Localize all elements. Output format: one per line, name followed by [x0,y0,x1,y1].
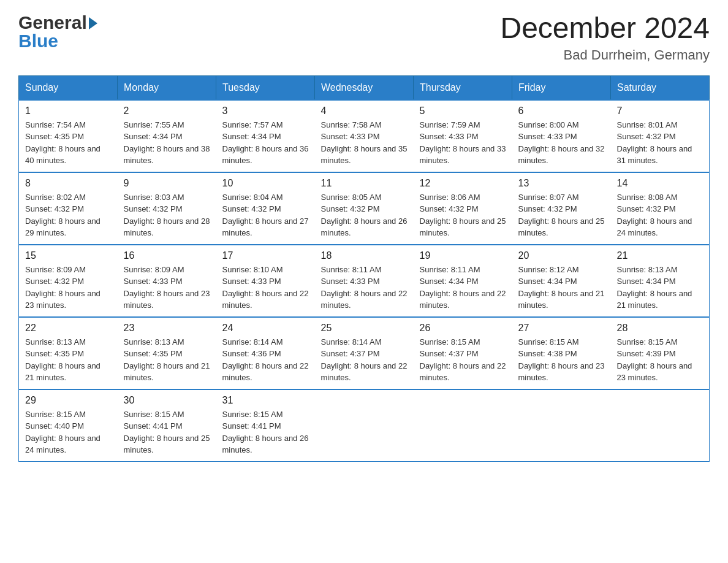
day-number: 14 [617,178,703,189]
day-info: Sunrise: 8:13 AMSunset: 4:35 PMDaylight:… [124,336,210,384]
day-number: 9 [124,178,210,189]
day-info: Sunrise: 8:15 AMSunset: 4:37 PMDaylight:… [420,336,506,384]
day-number: 13 [518,178,605,189]
title-block: December 2024 Bad Durrheim, Germany [500,12,710,63]
calendar-day-cell: 3 Sunrise: 7:57 AMSunset: 4:34 PMDayligh… [216,100,315,172]
calendar-day-cell: 1 Sunrise: 7:54 AMSunset: 4:35 PMDayligh… [19,100,118,172]
day-number: 1 [25,105,112,117]
calendar-day-cell: 4 Sunrise: 7:58 AMSunset: 4:33 PMDayligh… [315,100,414,172]
calendar-day-cell: 13 Sunrise: 8:07 AMSunset: 4:32 PMDaylig… [512,172,611,245]
day-number: 10 [222,178,309,189]
logo-general-text: General [18,12,87,33]
day-number: 6 [518,105,605,117]
day-info: Sunrise: 8:00 AMSunset: 4:33 PMDaylight:… [518,119,605,167]
calendar-day-cell: 23 Sunrise: 8:13 AMSunset: 4:35 PMDaylig… [118,317,216,389]
day-number: 28 [617,323,703,334]
day-info: Sunrise: 8:02 AMSunset: 4:32 PMDaylight:… [25,191,112,239]
day-info: Sunrise: 8:15 AMSunset: 4:41 PMDaylight:… [222,408,309,456]
calendar-day-cell: 24 Sunrise: 8:14 AMSunset: 4:36 PMDaylig… [216,317,315,389]
day-number: 25 [321,323,408,334]
calendar-day-cell: 2 Sunrise: 7:55 AMSunset: 4:34 PMDayligh… [118,100,216,172]
calendar-day-cell: 9 Sunrise: 8:03 AMSunset: 4:32 PMDayligh… [118,172,216,245]
day-info: Sunrise: 8:11 AMSunset: 4:34 PMDaylight:… [420,264,506,312]
day-info: Sunrise: 7:59 AMSunset: 4:33 PMDaylight:… [420,119,506,167]
calendar-week-row: 22 Sunrise: 8:13 AMSunset: 4:35 PMDaylig… [19,317,710,389]
calendar-day-header: Tuesday [216,75,315,100]
day-info: Sunrise: 7:55 AMSunset: 4:34 PMDaylight:… [124,119,210,167]
calendar-day-cell: 15 Sunrise: 8:09 AMSunset: 4:32 PMDaylig… [19,245,118,317]
day-number: 29 [25,395,112,406]
day-info: Sunrise: 8:09 AMSunset: 4:33 PMDaylight:… [124,264,210,312]
day-info: Sunrise: 8:13 AMSunset: 4:35 PMDaylight:… [25,336,112,384]
day-number: 18 [321,250,408,261]
calendar-week-row: 29 Sunrise: 8:15 AMSunset: 4:40 PMDaylig… [19,389,710,462]
calendar-day-cell: 20 Sunrise: 8:12 AMSunset: 4:34 PMDaylig… [512,245,611,317]
calendar-header-row: SundayMondayTuesdayWednesdayThursdayFrid… [19,75,710,100]
calendar-day-cell: 8 Sunrise: 8:02 AMSunset: 4:32 PMDayligh… [19,172,118,245]
day-number: 20 [518,250,605,261]
day-info: Sunrise: 8:14 AMSunset: 4:36 PMDaylight:… [222,336,309,384]
calendar-day-cell [414,389,512,462]
calendar-day-cell: 5 Sunrise: 7:59 AMSunset: 4:33 PMDayligh… [414,100,512,172]
day-number: 26 [420,323,506,334]
day-info: Sunrise: 8:01 AMSunset: 4:32 PMDaylight:… [617,119,703,167]
calendar-day-cell: 14 Sunrise: 8:08 AMSunset: 4:32 PMDaylig… [611,172,710,245]
day-number: 22 [25,323,112,334]
day-info: Sunrise: 8:09 AMSunset: 4:32 PMDaylight:… [25,264,112,312]
day-number: 2 [124,105,210,117]
calendar-day-cell: 30 Sunrise: 8:15 AMSunset: 4:41 PMDaylig… [118,389,216,462]
day-number: 31 [222,395,309,406]
calendar-day-cell: 10 Sunrise: 8:04 AMSunset: 4:32 PMDaylig… [216,172,315,245]
day-number: 5 [420,105,506,117]
calendar-day-cell [315,389,414,462]
calendar-day-cell: 22 Sunrise: 8:13 AMSunset: 4:35 PMDaylig… [19,317,118,389]
calendar-day-cell: 12 Sunrise: 8:06 AMSunset: 4:32 PMDaylig… [414,172,512,245]
calendar-day-cell: 17 Sunrise: 8:10 AMSunset: 4:33 PMDaylig… [216,245,315,317]
day-info: Sunrise: 8:15 AMSunset: 4:39 PMDaylight:… [617,336,703,384]
calendar-day-cell: 26 Sunrise: 8:15 AMSunset: 4:37 PMDaylig… [414,317,512,389]
day-number: 23 [124,323,210,334]
day-number: 21 [617,250,703,261]
calendar-table: SundayMondayTuesdayWednesdayThursdayFrid… [18,75,710,462]
day-info: Sunrise: 8:12 AMSunset: 4:34 PMDaylight:… [518,264,605,312]
page-subtitle: Bad Durrheim, Germany [500,47,710,63]
calendar-day-cell: 11 Sunrise: 8:05 AMSunset: 4:32 PMDaylig… [315,172,414,245]
day-number: 8 [25,178,112,189]
day-info: Sunrise: 8:15 AMSunset: 4:41 PMDaylight:… [124,408,210,456]
calendar-day-header: Saturday [611,75,710,100]
calendar-day-header: Friday [512,75,611,100]
day-number: 19 [420,250,506,261]
calendar-day-cell: 18 Sunrise: 8:11 AMSunset: 4:33 PMDaylig… [315,245,414,317]
calendar-week-row: 8 Sunrise: 8:02 AMSunset: 4:32 PMDayligh… [19,172,710,245]
day-info: Sunrise: 8:11 AMSunset: 4:33 PMDaylight:… [321,264,408,312]
day-info: Sunrise: 8:04 AMSunset: 4:32 PMDaylight:… [222,191,309,239]
calendar-day-header: Sunday [19,75,118,100]
calendar-day-header: Wednesday [315,75,414,100]
calendar-day-cell: 6 Sunrise: 8:00 AMSunset: 4:33 PMDayligh… [512,100,611,172]
day-number: 4 [321,105,408,117]
day-number: 15 [25,250,112,261]
calendar-day-cell [611,389,710,462]
day-number: 3 [222,105,309,117]
day-info: Sunrise: 7:57 AMSunset: 4:34 PMDaylight:… [222,119,309,167]
page-header: General Blue December 2024 Bad Durrheim,… [18,12,710,63]
calendar-week-row: 15 Sunrise: 8:09 AMSunset: 4:32 PMDaylig… [19,245,710,317]
calendar-day-header: Monday [118,75,216,100]
day-number: 16 [124,250,210,261]
logo-blue-text: Blue [18,31,97,52]
day-number: 12 [420,178,506,189]
calendar-day-cell [512,389,611,462]
day-number: 17 [222,250,309,261]
calendar-day-cell: 29 Sunrise: 8:15 AMSunset: 4:40 PMDaylig… [19,389,118,462]
day-info: Sunrise: 8:10 AMSunset: 4:33 PMDaylight:… [222,264,309,312]
day-info: Sunrise: 8:05 AMSunset: 4:32 PMDaylight:… [321,191,408,239]
day-number: 27 [518,323,605,334]
calendar-day-cell: 27 Sunrise: 8:15 AMSunset: 4:38 PMDaylig… [512,317,611,389]
day-info: Sunrise: 8:14 AMSunset: 4:37 PMDaylight:… [321,336,408,384]
day-info: Sunrise: 8:15 AMSunset: 4:40 PMDaylight:… [25,408,112,456]
calendar-day-cell: 31 Sunrise: 8:15 AMSunset: 4:41 PMDaylig… [216,389,315,462]
day-number: 30 [124,395,210,406]
day-info: Sunrise: 8:06 AMSunset: 4:32 PMDaylight:… [420,191,506,239]
day-info: Sunrise: 8:13 AMSunset: 4:34 PMDaylight:… [617,264,703,312]
day-number: 24 [222,323,309,334]
